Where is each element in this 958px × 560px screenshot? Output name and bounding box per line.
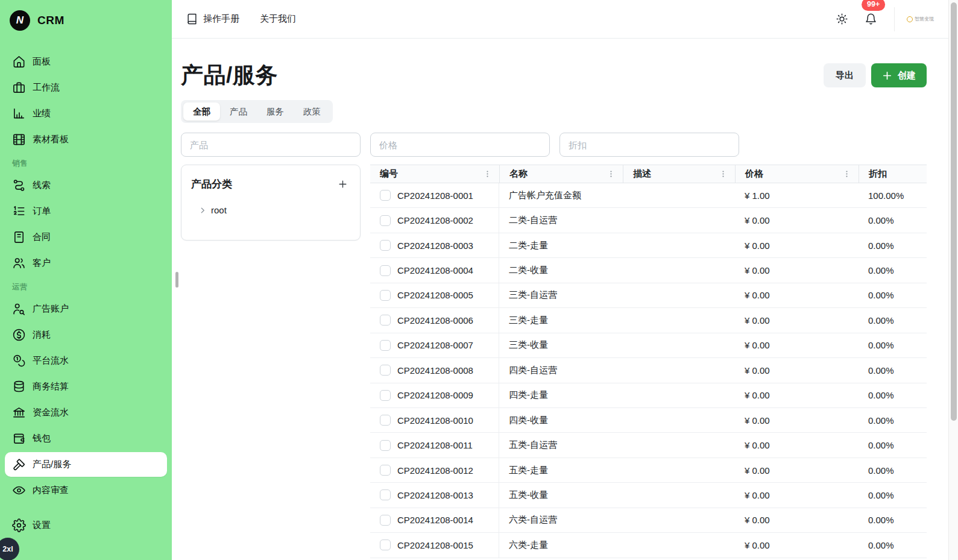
row-checkbox[interactable] <box>380 465 391 476</box>
row-checkbox[interactable] <box>380 315 391 326</box>
table-row[interactable]: CP20241208-0014 六类-自运营 ¥ 0.00 0.00% <box>370 508 927 533</box>
column-menu-icon[interactable] <box>842 169 851 178</box>
brand: N CRM <box>0 0 172 31</box>
sidebar-item-label: 客户 <box>33 257 51 269</box>
product-filter-input[interactable] <box>181 133 361 157</box>
sidebar-item-business-settlement[interactable]: 商务结算 <box>5 374 167 399</box>
row-checkbox[interactable] <box>380 489 391 500</box>
tab-service[interactable]: 服务 <box>257 102 294 121</box>
hammer-icon <box>12 458 26 471</box>
row-description <box>623 208 735 232</box>
table-row[interactable]: CP20241208-0012 五类-走量 ¥ 0.00 0.00% <box>370 458 927 483</box>
row-price: ¥ 0.00 <box>735 508 859 532</box>
sidebar-item-material-board[interactable]: 素材看板 <box>5 127 167 152</box>
filter-row <box>181 133 927 157</box>
column-header-name: 名称 <box>499 165 623 183</box>
plus-icon <box>882 71 892 81</box>
column-menu-icon[interactable] <box>607 169 616 178</box>
sidebar-item-platform-flow[interactable]: 平台流水 <box>5 348 167 373</box>
export-button[interactable]: 导出 <box>824 63 866 87</box>
sidebar-item-workflow[interactable]: 工作流 <box>5 75 167 100</box>
sidebar-item-settings[interactable]: 设置 <box>5 513 167 538</box>
table-row[interactable]: CP20241208-0011 五类-自运营 ¥ 0.00 0.00% <box>370 433 927 458</box>
sidebar-item-wallet[interactable]: 钱包 <box>5 426 167 451</box>
sidebar-item-leads[interactable]: 线索 <box>5 173 167 198</box>
column-header-id: 编号 <box>370 165 499 183</box>
row-checkbox[interactable] <box>380 540 391 550</box>
sidebar-item-label: 内容审查 <box>33 485 69 496</box>
notifications-button[interactable] <box>859 8 882 31</box>
table-row[interactable]: CP20241208-0006 三类-走量 ¥ 0.00 0.00% <box>370 308 927 333</box>
row-name: 三类-走量 <box>499 308 623 332</box>
row-checkbox[interactable] <box>380 365 391 376</box>
column-menu-icon[interactable] <box>483 169 492 178</box>
tab-policy[interactable]: 政策 <box>294 102 330 121</box>
discount-filter-input[interactable] <box>559 133 739 157</box>
window-scrollbar-thumb[interactable] <box>951 2 957 421</box>
create-button[interactable]: 创建 <box>871 63 927 87</box>
vendor-watermark: 智慧变现 <box>907 16 934 22</box>
sidebar-item-content-review[interactable]: 内容审查 <box>5 478 167 503</box>
table-row[interactable]: CP20241208-0008 四类-自运营 ¥ 0.00 0.00% <box>370 358 927 383</box>
nav-spacer <box>5 504 167 513</box>
row-checkbox[interactable] <box>380 390 391 401</box>
row-description <box>623 433 735 457</box>
sidebar-item-label: 消耗 <box>33 329 51 341</box>
table-row[interactable]: CP20241208-0003 二类-走量 ¥ 0.00 0.00% <box>370 233 927 258</box>
sidebar-item-contracts[interactable]: 合同 <box>5 225 167 250</box>
sidebar-item-consumption[interactable]: 消耗 <box>5 322 167 347</box>
sidebar-item-label: 业绩 <box>33 108 51 119</box>
table-row[interactable]: CP20241208-0004 二类-收量 ¥ 0.00 0.00% <box>370 258 927 283</box>
row-id: CP20241208-0008 <box>397 365 473 376</box>
tab-all[interactable]: 全部 <box>183 102 220 121</box>
about-link[interactable]: 关于我们 <box>260 13 296 25</box>
row-name: 五类-收量 <box>499 483 623 507</box>
theme-toggle-button[interactable] <box>830 8 853 31</box>
row-discount: 0.00% <box>859 383 927 407</box>
sidebar-item-label: 面板 <box>33 56 51 68</box>
column-menu-icon[interactable] <box>719 169 728 178</box>
manual-link[interactable]: 操作手册 <box>186 13 239 25</box>
row-name: 五类-自运营 <box>499 433 623 457</box>
table-row[interactable]: CP20241208-0009 四类-走量 ¥ 0.00 0.00% <box>370 383 927 408</box>
table-row[interactable]: CP20241208-0001 广告帐户充值金额 ¥ 1.00 100.00% <box>370 183 927 208</box>
sidebar-item-capital-flow[interactable]: 资金流水 <box>5 400 167 425</box>
table-row[interactable]: CP20241208-0002 二类-自运营 ¥ 0.00 0.00% <box>370 208 927 233</box>
table-row[interactable]: CP20241208-0015 六类-走量 ¥ 0.00 0.00% <box>370 533 927 558</box>
table-row[interactable]: CP20241208-0010 四类-收量 ¥ 0.00 0.00% <box>370 408 927 433</box>
brand-name: CRM <box>37 14 65 27</box>
row-checkbox[interactable] <box>380 290 391 301</box>
sidebar-item-customers[interactable]: 客户 <box>5 251 167 275</box>
sidebar-scrollbar-thumb[interactable] <box>175 272 178 288</box>
row-checkbox[interactable] <box>380 215 391 226</box>
row-discount: 0.00% <box>859 508 927 532</box>
sidebar-item-orders[interactable]: 订单 <box>5 199 167 224</box>
row-price: ¥ 0.00 <box>735 458 859 482</box>
sidebar-item-performance[interactable]: 业绩 <box>5 101 167 126</box>
price-filter-input[interactable] <box>370 133 550 157</box>
sidebar-item-label: 商务结算 <box>33 381 69 392</box>
sidebar-item-label: 订单 <box>33 206 51 217</box>
row-checkbox[interactable] <box>380 265 391 276</box>
row-checkbox[interactable] <box>380 190 391 201</box>
row-checkbox[interactable] <box>380 415 391 426</box>
row-checkbox[interactable] <box>380 515 391 526</box>
window-scrollbar-track[interactable] <box>948 0 958 560</box>
category-tree-node-root[interactable]: root <box>191 205 350 215</box>
row-name: 三类-收量 <box>499 333 623 357</box>
vendor-name: 智慧变现 <box>915 16 934 22</box>
add-category-button[interactable] <box>335 176 350 192</box>
sidebar-item-ad-accounts[interactable]: 广告账户 <box>5 297 167 321</box>
row-name: 六类-自运营 <box>499 508 623 532</box>
table-row[interactable]: CP20241208-0007 三类-收量 ¥ 0.00 0.00% <box>370 333 927 358</box>
row-checkbox[interactable] <box>380 240 391 251</box>
row-checkbox[interactable] <box>380 440 391 451</box>
topbar: 操作手册 关于我们 99+ 智慧变现 <box>172 0 948 39</box>
table-row[interactable]: CP20241208-0013 五类-收量 ¥ 0.00 0.00% <box>370 483 927 508</box>
row-price: ¥ 0.00 <box>735 483 859 507</box>
sidebar-item-dashboard[interactable]: 面板 <box>5 49 167 74</box>
tab-product[interactable]: 产品 <box>220 102 257 121</box>
row-checkbox[interactable] <box>380 340 391 351</box>
sidebar-item-products-services[interactable]: 产品/服务 <box>5 452 167 477</box>
table-row[interactable]: CP20241208-0005 三类-自运营 ¥ 0.00 0.00% <box>370 283 927 308</box>
